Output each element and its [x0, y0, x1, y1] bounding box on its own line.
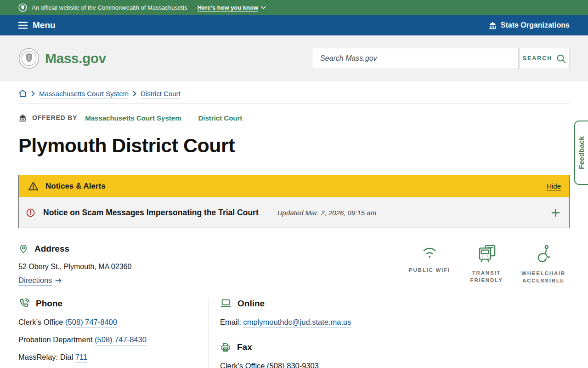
address-block: Address 52 Obery St., Plymouth, MA 02360… — [18, 243, 131, 285]
offered-by-label: OFFERED BY — [32, 114, 77, 121]
site-header: Mass.gov SEARCH — [0, 35, 588, 81]
address-text: 52 Obery St., Plymouth, MA 02360 — [18, 263, 131, 271]
chevron-right-icon — [133, 91, 136, 96]
chevron-down-icon — [261, 6, 266, 10]
address-section: Address 52 Obery St., Plymouth, MA 02360… — [18, 243, 570, 285]
hide-alerts-link[interactable]: Hide — [547, 182, 561, 190]
official-banner: An official website of the Commonwealth … — [0, 0, 588, 15]
fax-section: Fax Clerk’s Office (508) 830-9303 — [220, 342, 570, 368]
breadcrumb-link-court-system[interactable]: Massachusetts Court System — [39, 90, 129, 98]
location-pin-icon — [18, 243, 28, 254]
offered-by-link-court-system[interactable]: Massachusetts Court System — [85, 114, 181, 122]
amenity-label: TRANSIT FRIENDLY — [460, 269, 513, 284]
breadcrumb-divider — [18, 104, 570, 104]
alerts-header: Notices & Alerts Hide — [19, 175, 569, 197]
main-navbar: Menu State Organizations — [0, 15, 588, 35]
online-section: Online Email: cmplymouthdc@jud.state.ma.… — [220, 298, 570, 327]
phone-link-clerks-office[interactable]: (508) 747-8400 — [65, 318, 117, 326]
separator — [188, 114, 188, 122]
amenities: PUBLIC WIFI TRANSIT FRIENDLY WHEELCHAIR … — [403, 243, 570, 284]
amenity-wheelchair-accessible: WHEELCHAIR ACCESSIBLE — [517, 244, 570, 284]
feedback-label: Feedback — [577, 136, 586, 169]
alert-item-title[interactable]: Notice on Scam Messages Impersonating th… — [43, 208, 259, 218]
phone-entry: MassRelay: Dial 711 — [18, 353, 199, 362]
amenity-label: PUBLIC WIFI — [409, 266, 450, 274]
breadcrumb-link-district-court[interactable]: District Court — [141, 90, 181, 98]
massgov-seal-icon — [18, 48, 40, 69]
address-heading: Address — [34, 244, 69, 254]
state-organizations-link[interactable]: State Organizations — [488, 21, 570, 29]
email-link[interactable]: cmplymouthdc@jud.state.ma.us — [243, 318, 351, 326]
arrow-right-icon — [55, 278, 62, 283]
email-entry: Email: cmplymouthdc@jud.state.ma.us — [220, 318, 570, 327]
separator — [268, 207, 268, 219]
page-title: Plymouth District Court — [18, 134, 570, 157]
wifi-icon — [419, 244, 440, 259]
contact-columns: Phone Clerk’s Office (508) 747-8400 Prob… — [18, 298, 570, 368]
offered-by-link-district-court[interactable]: District Court — [198, 114, 242, 122]
amenity-public-wifi: PUBLIC WIFI — [403, 244, 456, 284]
heres-how-you-know-link[interactable]: Here's how you know — [198, 4, 266, 11]
laptop-icon — [220, 298, 232, 309]
plus-icon — [551, 208, 560, 217]
alert-item: Notice on Scam Messages Impersonating th… — [19, 197, 569, 228]
massgov-logo[interactable]: Mass.gov — [18, 48, 106, 69]
fax-heading: Fax — [237, 342, 252, 352]
official-banner-text: An official website of the Commonwealth … — [32, 4, 187, 11]
alert-updated-timestamp: Updated Mar. 2, 2026, 09:15 am — [277, 209, 376, 217]
fax-entry: Clerk’s Office (508) 830-9303 — [220, 362, 570, 368]
search-button[interactable]: SEARCH — [519, 48, 570, 69]
phone-entry: Clerk’s Office (508) 747-8400 — [18, 318, 199, 327]
search-icon — [556, 54, 566, 63]
online-heading: Online — [237, 299, 265, 309]
notices-alerts-box: Notices & Alerts Hide Notice on Scam Mes… — [18, 175, 570, 228]
phone-entry: Probation Department (508) 747-8430 — [18, 335, 199, 344]
directions-link[interactable]: Directions — [18, 276, 62, 285]
phone-section: Phone Clerk’s Office (508) 747-8400 Prob… — [18, 298, 209, 368]
warning-triangle-icon — [28, 181, 39, 191]
capitol-icon — [488, 22, 497, 29]
offered-by: OFFERED BY Massachusetts Court System Di… — [18, 114, 570, 122]
transit-icon — [477, 244, 497, 262]
breadcrumb-home-link[interactable] — [18, 89, 27, 98]
search-input[interactable] — [312, 48, 519, 69]
alerts-title: Notices & Alerts — [45, 182, 106, 191]
alert-circle-icon — [26, 208, 35, 218]
menu-label: Menu — [33, 20, 56, 30]
menu-button[interactable]: Menu — [18, 20, 56, 30]
massgov-logo-text: Mass.gov — [45, 51, 106, 66]
chevron-right-icon — [31, 91, 35, 96]
expand-alert-button[interactable] — [551, 208, 560, 217]
feedback-tab[interactable]: Feedback — [574, 121, 588, 185]
wheelchair-icon — [534, 244, 553, 263]
phone-link-massrelay[interactable]: 711 — [75, 353, 87, 361]
search-form: SEARCH — [312, 48, 570, 69]
state-seal-icon — [18, 3, 27, 12]
phone-heading: Phone — [36, 299, 62, 309]
online-fax-column: Online Email: cmplymouthdc@jud.state.ma.… — [209, 298, 570, 368]
hamburger-icon — [18, 22, 28, 29]
amenity-label: WHEELCHAIR ACCESSIBLE — [517, 270, 570, 284]
phone-link-probation[interactable]: (508) 747-8430 — [95, 335, 147, 344]
amenity-transit-friendly: TRANSIT FRIENDLY — [460, 244, 513, 284]
breadcrumb: Massachusetts Court System District Cour… — [18, 89, 570, 98]
home-icon — [18, 89, 27, 98]
fax-icon — [220, 342, 231, 353]
fax-number: (508) 830-9303 — [267, 362, 319, 368]
capitol-icon — [18, 114, 27, 122]
phone-icon — [18, 298, 30, 309]
